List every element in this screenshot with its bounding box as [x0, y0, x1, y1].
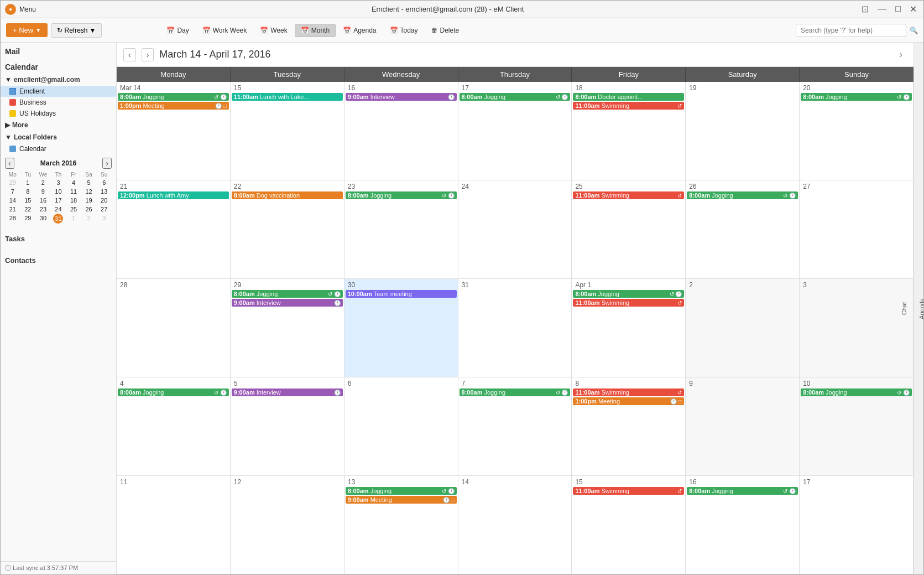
cal-cell[interactable]: Apr 18:00amJogging↺ 🕐11:00amSwimming↺ — [572, 279, 686, 377]
sidebar-item-usholidays[interactable]: US Holidays — [1, 108, 116, 119]
mini-cal-day[interactable]: 13 — [96, 187, 112, 196]
cal-cell[interactable]: 138:00amJogging↺ 🕐9:00amMeeting🕐 □ — [344, 476, 458, 574]
cal-event[interactable]: 8:00amJogging↺ 🕐 — [801, 388, 912, 396]
cal-event[interactable]: 1:00pmMeeting🕐 □ — [118, 102, 229, 110]
mini-cal-day[interactable]: 3 — [51, 178, 66, 187]
cal-event[interactable]: 8:00amJogging↺ 🕐 — [687, 487, 798, 495]
cal-cell[interactable]: 238:00amJogging↺ 🕐 — [344, 180, 458, 279]
mini-cal-day[interactable]: 29 — [20, 214, 36, 224]
mini-cal-day[interactable]: 1 — [66, 214, 81, 224]
cal-cell[interactable]: 78:00amJogging↺ 🕐 — [458, 377, 572, 476]
search-icon[interactable]: 🔍 — [910, 27, 918, 34]
sidebar-item-local-calendar[interactable]: Calendar — [1, 143, 116, 154]
mini-cal-day[interactable]: 3 — [96, 214, 112, 224]
mini-cal-day[interactable]: 7 — [5, 187, 20, 196]
mini-cal-day[interactable]: 19 — [81, 196, 97, 205]
mini-cal-day[interactable]: 15 — [20, 196, 36, 205]
mini-cal-day[interactable]: 1 — [20, 178, 36, 187]
mini-cal-day[interactable]: 27 — [96, 205, 112, 214]
mini-cal-day[interactable]: 23 — [35, 205, 51, 214]
cal-event[interactable]: 8:00amJogging↺ 🕐 — [118, 93, 229, 101]
cal-event[interactable]: 11:00amSwimming↺ — [573, 102, 684, 110]
cal-cell[interactable]: 19 — [686, 82, 800, 180]
cal-event[interactable]: 1:00pmMeeting🕐 □ — [573, 397, 684, 405]
cal-cell[interactable]: 169:00amInterview🕐 — [344, 82, 458, 180]
cal-cell[interactable]: 24 — [458, 180, 572, 279]
mini-cal-day[interactable]: 25 — [66, 205, 81, 214]
cal-cell[interactable]: 2112:00pmLunch with Amy — [117, 180, 231, 279]
cal-cell[interactable]: 208:00amJogging↺ 🕐 — [800, 82, 913, 180]
mini-cal-day[interactable]: 26 — [81, 205, 97, 214]
local-folders-header[interactable]: ▼ Local Folders — [1, 131, 116, 143]
cal-cell[interactable]: 28 — [117, 279, 231, 377]
minimize-button[interactable]: — — [875, 4, 889, 14]
mini-cal-day[interactable]: 22 — [20, 205, 36, 214]
week-view-button[interactable]: 📅 Week — [254, 24, 293, 37]
cal-cell[interactable]: 3010:00amTeam meeting — [344, 279, 458, 377]
sidebar-calendar-title[interactable]: Calendar — [1, 58, 116, 74]
cal-cell[interactable]: 48:00amJogging↺ 🕐 — [117, 377, 231, 476]
cal-next-button[interactable]: › — [142, 48, 154, 61]
mini-cal-day[interactable]: 10 — [51, 187, 66, 196]
sidebar-item-business[interactable]: Business — [1, 97, 116, 108]
mini-cal-day[interactable]: 30 — [35, 214, 51, 224]
mini-cal-day[interactable]: 5 — [81, 178, 97, 187]
mini-cal-day[interactable]: 4 — [66, 178, 81, 187]
cal-cell[interactable]: 108:00amJogging↺ 🕐 — [800, 377, 913, 476]
cal-event[interactable]: 12:00pmLunch with Amy — [118, 191, 229, 199]
cal-event[interactable]: 9:00amMeeting🕐 □ — [346, 496, 457, 504]
mini-cal-day[interactable]: 16 — [35, 196, 51, 205]
cal-cell[interactable]: 27 — [800, 180, 913, 279]
month-view-button[interactable]: 📅 Month — [295, 24, 336, 37]
mini-cal-day[interactable]: 14 — [5, 196, 20, 205]
cal-cell[interactable]: 2511:00amSwimming↺ — [572, 180, 686, 279]
agenda-view-button[interactable]: 📅 Agenda — [337, 24, 382, 37]
cal-cell[interactable]: 14 — [458, 476, 572, 574]
emclient-checkbox[interactable] — [9, 88, 16, 95]
cal-event[interactable]: 11:00amSwimming↺ — [573, 191, 684, 199]
cal-cell[interactable]: 17 — [800, 476, 913, 574]
cal-cell[interactable]: 168:00amJogging↺ 🕐 — [686, 476, 800, 574]
cal-cell[interactable]: 1511:00amLunch with Luke... — [231, 82, 344, 180]
cal-cell[interactable]: 12 — [231, 476, 344, 574]
workweek-view-button[interactable]: 📅 Work Week — [196, 24, 253, 37]
cal-event[interactable]: 10:00amTeam meeting — [346, 290, 457, 298]
collapse-panel-button[interactable]: › — [895, 47, 907, 62]
cal-cell[interactable]: 811:00amSwimming↺1:00pmMeeting🕐 □ — [572, 377, 686, 476]
cal-event[interactable]: 8:00amJogging↺ 🕐 — [460, 388, 571, 396]
cal-cell[interactable]: 31 — [458, 279, 572, 377]
sidebar-item-emclient[interactable]: Emclient — [1, 86, 116, 97]
mini-cal-day[interactable]: 18 — [66, 196, 81, 205]
search-input[interactable] — [796, 24, 906, 37]
today-button[interactable]: 📅 Today — [384, 24, 424, 37]
cal-event[interactable]: 8:00amJogging↺ 🕐 — [801, 93, 912, 101]
cal-event[interactable]: 8:00amJogging↺ 🕐 — [346, 487, 457, 495]
delete-button[interactable]: 🗑 Delete — [425, 24, 466, 37]
sidebar-contacts[interactable]: Contacts — [1, 248, 116, 270]
cal-cell[interactable]: 3 — [800, 279, 913, 377]
cal-cell[interactable]: 1511:00amSwimming↺ — [572, 476, 686, 574]
cal-cell[interactable]: 178:00amJogging↺ 🕐 — [458, 82, 572, 180]
mini-cal-day[interactable]: 9 — [35, 187, 51, 196]
menu-label[interactable]: Menu — [19, 6, 36, 13]
mini-cal-day[interactable]: 11 — [66, 187, 81, 196]
cal-event[interactable]: 9:00amInterview🕐 — [232, 299, 343, 307]
cal-cell[interactable]: 228:00amDog vaccination — [231, 180, 344, 279]
cal-event[interactable]: 8:00amDog vaccination — [232, 191, 343, 199]
mini-cal-day[interactable]: 17 — [51, 196, 66, 205]
cal-cell[interactable]: 11 — [117, 476, 231, 574]
mini-cal-day[interactable]: 24 — [51, 205, 66, 214]
cal-event[interactable]: 8:00amDoctor appoint... — [573, 93, 684, 101]
help-icon[interactable]: ⊡ — [859, 4, 871, 14]
mini-cal-prev[interactable]: ‹ — [5, 158, 14, 169]
account-group-header[interactable]: ▼ emclient@gmail.com — [1, 74, 116, 86]
cal-cell[interactable]: 2 — [686, 279, 800, 377]
agenda-panel[interactable]: Agenda — [918, 294, 924, 324]
cal-event[interactable]: 8:00amJogging↺ 🕐 — [232, 290, 343, 298]
close-button[interactable]: ✕ — [907, 4, 919, 14]
mini-cal-day[interactable]: 29 — [5, 178, 20, 187]
cal-cell[interactable]: 59:00amInterview🕐 — [231, 377, 344, 476]
mini-cal-day[interactable]: 8 — [20, 187, 36, 196]
cal-event[interactable]: 11:00amLunch with Luke... — [232, 93, 343, 101]
maximize-button[interactable]: □ — [893, 4, 903, 14]
